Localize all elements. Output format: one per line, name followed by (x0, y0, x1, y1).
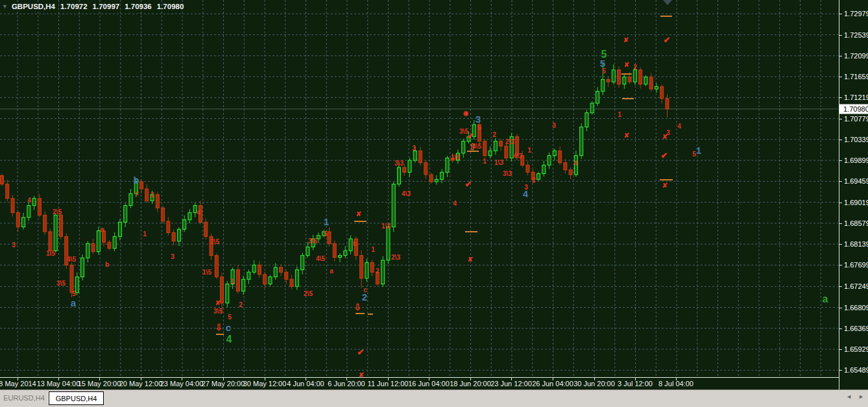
wave-label-red: 1 (483, 158, 487, 165)
wave-label-red: 1\3 (494, 159, 503, 166)
tab-scroll-right-icon[interactable]: ► (858, 393, 864, 400)
x-marker-icon: ✘ (623, 36, 629, 43)
time-axis-label: 3 Jul 12:00 (618, 380, 653, 388)
chart-tab-bar: EURUSD,H4 GBPUSD,H4 ◄ ► (0, 389, 868, 407)
wave-label-red: 5 (324, 230, 328, 238)
price-axis-label: 1.72099 (844, 52, 868, 60)
price-axis-label: 1.69019 (844, 199, 868, 206)
wave-label-red: 4\3 (402, 190, 411, 197)
price-axis-label: 1.72539 (844, 31, 868, 39)
price-axis-label: 1.68139 (844, 240, 868, 248)
price-axis-tick (839, 77, 842, 77)
price-axis-tick (839, 265, 842, 265)
wave-label-red: a (330, 267, 333, 275)
price-axis-label: 1.70339 (844, 136, 868, 143)
time-axis-label: 16 Jun 04:00 (408, 380, 450, 388)
wave-label-blue: c (226, 322, 231, 333)
price-axis-tick (839, 181, 842, 182)
wave-label-blue: 5 (600, 58, 605, 69)
x-marker-icon: ✘ (662, 182, 668, 189)
time-axis-label: 26 Jun 04:00 (532, 380, 573, 388)
x-marker-icon: ✘ (468, 256, 473, 263)
wave-label-red: 4\5 (67, 256, 76, 263)
time-axis-label: 4 Jun 04:00 (287, 380, 324, 388)
wave-label-red: 2\3 (505, 138, 514, 145)
orange-level-line (622, 98, 634, 99)
wave-label-red: 2 (532, 177, 536, 184)
chart-area[interactable]: 432\51\54\53\55abc21342\51\5123\552\53\5… (0, 0, 838, 377)
tab-gbpusd-h4[interactable]: GBPUSD,H4 (49, 391, 104, 405)
wave-label-red: b (105, 261, 109, 268)
wave-label-blue: 1 (324, 216, 329, 227)
arrow-up-icon: ⇧ (468, 142, 476, 152)
wave-label-red: 2 (633, 64, 637, 71)
price-axis-tick (839, 160, 842, 161)
time-axis-label: 11 Jun 12:00 (368, 380, 409, 388)
price-axis-tick (839, 97, 842, 98)
wave-label-red: 3\3 (394, 160, 404, 167)
price-axis-tick (839, 203, 842, 203)
symbol-period-label: GBPUSD,H4 (12, 3, 55, 10)
wave-label-red: 4 (677, 123, 681, 130)
time-axis-label: 8 May 2014 (0, 380, 36, 388)
price-axis-label: 1.66369 (844, 325, 868, 332)
price-chart[interactable]: 432\51\54\53\55abc21342\51\5123\552\53\5… (0, 0, 838, 377)
time-axis-label: 13 May 04:00 (37, 380, 80, 388)
time-axis-label: 23 May 04:00 (160, 380, 204, 388)
wave-label-red: 4 (197, 209, 200, 216)
price-axis-label: 1.71219 (844, 93, 868, 101)
wave-label-red: 4 (453, 200, 457, 207)
price-axis-label: 1.72979 (844, 10, 868, 18)
price-axis-tick (839, 119, 842, 119)
wave-label-red: 3 (171, 253, 175, 260)
wave-label-red: 1\5 (451, 154, 460, 161)
time-axis-label: 30 Jun 20:00 (573, 380, 615, 388)
time-axis-label: 20 May 12:00 (119, 380, 163, 388)
wave-label-green: 4 (226, 334, 232, 345)
tab-eurusd-h4[interactable]: EURUSD,H4 (0, 391, 49, 404)
time-axis-label: 6 Jun 20:00 (328, 380, 365, 388)
price-axis-tick (839, 14, 842, 14)
check-marker-icon: ✔ (467, 131, 474, 141)
wave-label-red: 4 (573, 160, 577, 167)
quote-low: 1.70936 (125, 3, 152, 10)
wave-label-red: 1\3 (381, 223, 391, 230)
wave-label-red: 3 (552, 122, 556, 129)
price-axis-label: 1.65489 (844, 366, 868, 374)
wave-label-red: 2 (492, 131, 496, 138)
time-axis-label: 27 May 20:00 (202, 380, 245, 388)
wave-label-red: 1 (143, 230, 147, 238)
x-marker-icon: ✘ (624, 61, 629, 68)
quote-bar: ▼GBPUSD,H41.709721.709971.709361.70980 (2, 2, 184, 11)
quote-close: 1.70980 (157, 3, 184, 10)
orange-level-line (216, 334, 224, 335)
price-axis-label: 1.66809 (844, 304, 868, 312)
wave-label-red: 3\5 (308, 238, 317, 245)
price-axis-tick (839, 286, 842, 287)
price-axis-tick (839, 328, 842, 329)
tab-scroll-left-icon[interactable]: ◄ (846, 393, 852, 400)
tab-scroll-buttons: ◄ ► (846, 393, 867, 400)
arrow-down-icon: ⇩ (354, 302, 361, 312)
wave-label-green: 5 (601, 49, 607, 60)
wave-label-green: a (823, 293, 828, 304)
price-axis-tick (839, 140, 842, 140)
wave-label-red: 2\5 (304, 290, 313, 297)
wave-label-red: 2 (376, 267, 380, 275)
orange-level-line (660, 16, 672, 17)
symbol-dropdown-icon[interactable]: ▼ (2, 3, 8, 10)
time-axis[interactable]: 8 May 201413 May 04:0015 May 20:0020 May… (0, 378, 838, 389)
wave-label-blue: 2 (362, 291, 367, 302)
orange-level-line (660, 179, 673, 180)
time-axis-label: 18 Jun 20:00 (450, 380, 491, 388)
wave-label-red: 4 (27, 197, 31, 204)
wave-label-red: 1\5 (46, 250, 55, 257)
time-axis-label: 30 May 12:00 (243, 380, 287, 388)
price-axis-tick (839, 349, 842, 350)
check-marker-icon: ✔ (664, 35, 671, 45)
price-axis[interactable]: 1.729791.725391.720991.716591.712191.707… (839, 0, 868, 389)
wave-label-red: 3\5 (56, 280, 66, 287)
time-axis-label: 23 Jun 12:00 (490, 380, 532, 388)
wave-label-red: b (353, 240, 357, 247)
x-marker-icon: ✘ (662, 133, 668, 140)
